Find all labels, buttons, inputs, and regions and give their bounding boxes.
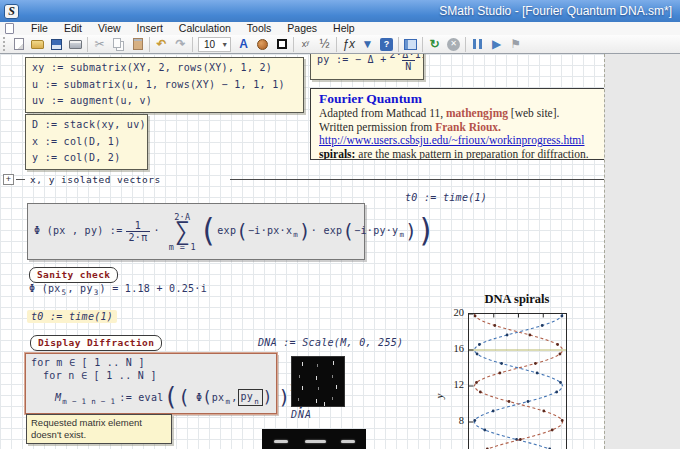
chart-title: DNA spirals [456, 292, 578, 307]
phi-definition[interactable]: Φ (px , py) := 1 2·π · 2·A ∑ m = 1 ( exp… [27, 203, 365, 260]
cut-icon[interactable]: ✂ [90, 36, 109, 52]
border-toggle-icon[interactable] [272, 36, 291, 52]
data-point [551, 429, 554, 432]
formula-line: xy := submatrix(XY, 2, rows(XY), 1, 2) [32, 60, 297, 77]
selected-term[interactable]: pyn [238, 389, 263, 406]
new-page-icon[interactable] [9, 36, 28, 52]
undo-icon[interactable]: ↶ [152, 36, 171, 52]
diffraction-dot [318, 387, 319, 390]
t0-second[interactable]: t0 := time(1) [27, 310, 117, 323]
formula-line: y := col(D, 2) [32, 150, 141, 167]
dropdown-arrow-icon[interactable]: ▼ [221, 41, 228, 48]
chart-y-axis-label: y [433, 394, 445, 399]
formula-lhs: py := − Δ + [317, 54, 387, 69]
menu-item-help[interactable]: Help [325, 22, 363, 35]
data-point [499, 372, 502, 375]
menu-item-insert[interactable]: Insert [129, 22, 171, 35]
help-box-icon[interactable]: ? [377, 36, 396, 52]
fraction: 1 2·π [126, 220, 151, 243]
frioux-link[interactable]: http://www.users.csbsju.edu/~frioux/work… [319, 134, 584, 146]
save-icon[interactable] [47, 36, 66, 52]
data-point [559, 353, 562, 356]
toolbar-separator [398, 37, 399, 52]
strip-dash [341, 440, 355, 443]
menu-item-pages[interactable]: Pages [279, 22, 325, 35]
dna-spirals-chart[interactable] [468, 313, 567, 449]
dna-assignment[interactable]: DNA := Scale(M, 0, 255) [258, 337, 403, 348]
sigma-icon: ∑ [175, 222, 190, 242]
superscript-icon[interactable]: xʸ [296, 36, 315, 52]
paste-icon[interactable] [128, 36, 147, 52]
menu-items: FileEditViewInsertCalculationToolsPagesH… [23, 22, 363, 35]
diffraction-dot [316, 376, 317, 380]
diffraction-dot [302, 386, 303, 390]
background-color-icon[interactable] [253, 36, 272, 52]
function-icon[interactable]: ƒx [339, 36, 358, 52]
panel-icon[interactable] [401, 36, 420, 52]
y-tick-label: 8 [440, 415, 464, 426]
diffraction-dot [317, 364, 318, 367]
exp-arg: −i·py·y [354, 223, 398, 240]
stop-icon[interactable]: ✕ [444, 36, 463, 52]
menu-item-view[interactable]: View [90, 22, 129, 35]
data-point [529, 334, 532, 337]
diffraction-strip-image[interactable] [262, 429, 366, 449]
recalculate-icon[interactable]: ↻ [425, 36, 444, 52]
formula-block-py[interactable]: py := − Δ + 2·Δ·11 N [310, 54, 424, 80]
y-tick-label: 16 [440, 343, 464, 354]
smath-studio-window: S SMath Studio - [Fourier Quantum DNA.sm… [0, 0, 680, 449]
y-tick-label: 12 [440, 379, 464, 390]
font-color-icon[interactable]: A [234, 36, 253, 52]
note-line: Adapted from Mathcad 11, mathengjmg [web… [319, 107, 596, 121]
toolbar-items: ✂↶↷10▼Axʸ½ƒx▼?↻✕▶⚑ [9, 36, 525, 52]
print-icon[interactable] [66, 36, 85, 52]
data-point [527, 400, 530, 403]
data-point [483, 429, 486, 432]
for-loop-block[interactable]: for m ∈ [ 1 .. N ] for n ∈ [ 1 .. N ] M … [25, 353, 277, 414]
diffraction-dot [324, 402, 325, 406]
section-expand-button[interactable]: + [3, 174, 14, 185]
title-bar[interactable]: S SMath Studio - [Fourier Quantum DNA.sm… [0, 0, 680, 22]
pause-icon[interactable] [468, 36, 487, 52]
document-icon[interactable] [5, 23, 14, 34]
redo-icon[interactable]: ↷ [171, 36, 190, 52]
data-point [500, 362, 503, 365]
data-point [492, 410, 495, 413]
menu-item-edit[interactable]: Edit [56, 22, 90, 35]
diffraction-dot [299, 375, 300, 378]
worksheet-canvas[interactable]: xy := submatrix(XY, 2, rows(XY), 1, 2) u… [0, 54, 680, 449]
formula-line: D := stack(xy, uv) [32, 117, 141, 134]
chart-svg [469, 314, 567, 449]
copy-icon[interactable] [109, 36, 128, 52]
sanity-check-label[interactable]: Sanity check [29, 267, 118, 283]
diffraction-dot [333, 361, 334, 365]
open-icon[interactable] [28, 36, 47, 52]
filter-icon[interactable]: ▼ [358, 36, 377, 52]
section-divider-line [230, 179, 604, 180]
display-diffraction-label[interactable]: Display Diffraction [30, 335, 162, 351]
for-line-1: for m ∈ [ 1 .. N ] [31, 356, 271, 369]
data-point [534, 362, 537, 365]
strip-dash [274, 440, 288, 443]
t0-first[interactable]: t0 := time(1) [405, 192, 487, 203]
formula-block-stack[interactable]: D := stack(xy, uv) x := col(D, 1) y := c… [25, 114, 148, 170]
debug-icon[interactable]: ⚑ [506, 36, 525, 52]
close-paren: ) [278, 390, 290, 404]
menu-item-tools[interactable]: Tools [239, 22, 280, 35]
data-point [493, 324, 496, 327]
formula-block-submatrix[interactable]: xy := submatrix(XY, 2, rows(XY), 1, 2) u… [25, 57, 304, 113]
menu-item-calculation[interactable]: Calculation [171, 22, 239, 35]
play-icon[interactable]: ▶ [487, 36, 506, 52]
note-link-line: http://www.users.csbsju.edu/~frioux/work… [319, 134, 596, 148]
fourier-quantum-note[interactable]: Fourier Quantum Adapted from Mathcad 11,… [310, 88, 605, 160]
font-size-select[interactable]: 10▼ [198, 37, 231, 52]
page-boundary-area [604, 54, 680, 449]
phi-evaluation[interactable]: Φ (px5 , py3) = 1.18 + 0.25·i [29, 283, 207, 294]
dna-diffraction-image[interactable] [291, 356, 345, 407]
menu-item-file[interactable]: File [23, 22, 56, 35]
data-point [536, 372, 539, 375]
toolbar-separator [336, 37, 337, 52]
fraction-icon[interactable]: ½ [315, 36, 334, 52]
note-title: Fourier Quantum [319, 91, 596, 107]
data-point [559, 381, 562, 384]
